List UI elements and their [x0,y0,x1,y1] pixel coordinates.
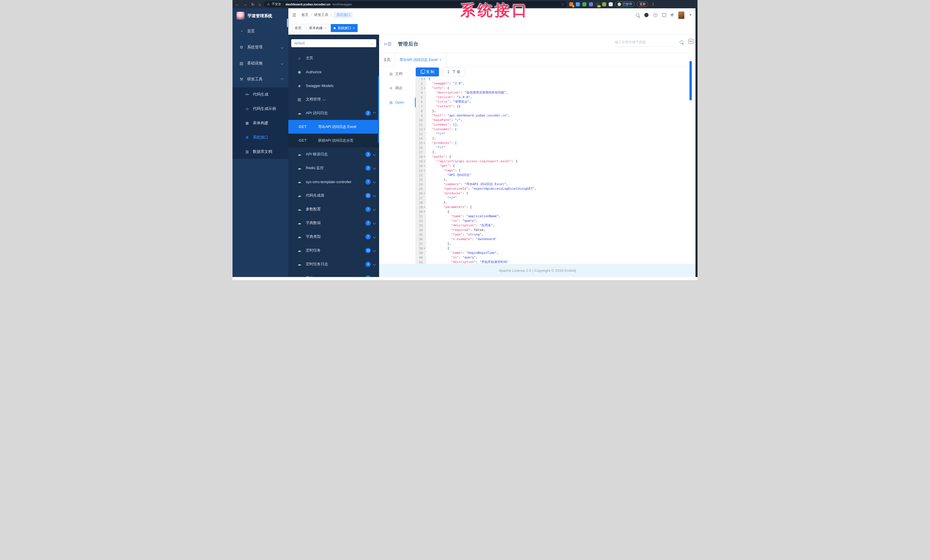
help-icon[interactable]: ? [653,13,657,17]
line-number: 12 [416,127,423,132]
api-group-row[interactable]: ☁定时任务10 [288,244,379,257]
browser-menu-icon[interactable]: ⋮ [651,2,655,6]
line-number: 18 [416,155,423,159]
api-operation-row[interactable]: GET导出API 访问日志 Excel [288,120,379,133]
collapse-panel-icon[interactable]: ⇦☰ [384,41,392,47]
github-icon[interactable] [644,13,648,17]
sidebar-item[interactable]: ⚙系统管理 [232,39,288,55]
sidebar-subitem[interactable]: ▦表单构建 [232,116,288,130]
swagger-nav-item[interactable]: ◉Authorize [288,65,379,79]
api-group-row[interactable]: ☁定时任务日志4 [288,257,379,271]
sidebar-subitem[interactable]: ◇代码生成示例 [232,101,288,116]
fullscreen-icon[interactable] [662,13,666,17]
document-tab[interactable]: 导出API 访问日志 Excel× [395,53,446,67]
code-text: "x-example": "dashboard" [426,237,496,241]
api-group-row[interactable]: ☁字典类型7 [288,230,379,244]
forward-icon[interactable]: → [242,2,248,6]
extension-2[interactable] [576,2,580,6]
fold-marker-icon[interactable]: ▾ [423,159,426,164]
api-group-select[interactable]: default [291,39,376,47]
page-tab[interactable]: 表单构建× [306,24,329,32]
breadcrumb-item[interactable]: 研发工具 [314,12,328,17]
api-count-badge: 7 [365,207,371,212]
language-icon[interactable]: 中 [688,39,693,44]
extension-5[interactable]: 6n [596,2,600,6]
sidebar-subitem[interactable]: </>代码生成 [232,87,288,101]
update-button[interactable]: 更新 [637,2,648,7]
close-icon[interactable]: × [439,58,442,62]
extension-4[interactable] [589,2,593,6]
document-tab[interactable]: 主页 [379,53,395,66]
paused-extension-pill[interactable]: 已暂停 [615,2,634,7]
page-tab[interactable]: 系统接口× [331,24,357,32]
api-operation-row[interactable]: GET获得API 访问日志分页 [288,133,379,147]
fold-marker-icon[interactable]: ▾ [423,164,426,168]
sidebar-subitem[interactable]: ≣系统接口 [232,130,288,144]
fold-marker-icon[interactable]: ▾ [423,155,426,159]
extension-6[interactable] [602,2,606,6]
sidebar-scrollbar-thumb[interactable] [287,18,288,27]
fold-marker-icon[interactable]: ▾ [423,141,426,145]
api-group-row[interactable]: ☁sys-sms-template-controller7 [288,175,379,189]
extension-1[interactable]: 1 [569,2,573,6]
close-icon[interactable]: × [325,26,326,30]
page-tab[interactable]: 首页 [292,24,304,32]
fold-marker-icon[interactable]: ▾ [423,86,426,91]
doc-search-icon[interactable] [680,40,683,45]
copy-button[interactable]: 复 制 [416,68,439,77]
app-logo[interactable]: 芋道管理系统 [232,8,288,23]
api-group-row[interactable]: ☁API 访问日志2 [288,106,379,120]
fold-marker-icon[interactable]: ▾ [423,168,426,173]
code-line: 40 "in": "query", [416,255,691,260]
breadcrumb-item[interactable]: 首页 [301,12,308,17]
fold-spacer [423,95,426,100]
view-tab-文档[interactable]: ▤文档 [379,67,416,81]
api-group-row[interactable]: ☁岗位 [288,271,379,277]
content-scrollbar-thumb[interactable] [690,61,692,100]
line-number: 21 [416,168,423,173]
close-icon[interactable]: × [353,26,354,30]
swagger-nav-item[interactable]: ⌂主页 [288,51,379,65]
view-tab-open[interactable]: ▤Open [379,95,416,110]
line-number: 14 [416,136,423,141]
swagger-nav-item[interactable]: ◈Swagger Models [288,79,379,92]
reload-icon[interactable]: ↻ [250,2,256,6]
fold-marker-icon[interactable]: ▾ [423,246,426,251]
fold-spacer [423,260,426,264]
search-icon[interactable] [636,14,639,17]
api-group-row[interactable]: ☁字典数据7 [288,216,379,230]
fold-marker-icon[interactable]: ▾ [423,127,426,132]
fold-marker-icon[interactable]: ▾ [423,209,426,214]
browser-scrollbar-track[interactable] [696,8,698,277]
form-icon: ▦ [245,121,249,125]
sidebar-subitem[interactable]: ▥数据库文档 [232,144,288,159]
fold-marker-icon[interactable]: ▾ [423,77,426,81]
code-line: 28 ], [416,200,691,205]
swagger-nav-item[interactable]: ▤文档管理 [288,92,379,106]
line-number: 24 [416,182,423,187]
sidebar-item[interactable]: ▧基础设施 [232,55,288,71]
user-avatar[interactable] [678,11,684,19]
line-number: 15 [416,141,423,145]
api-group-row[interactable]: ☁API 错误日志3 [288,147,379,161]
breadcrumb-item[interactable]: 系统接口 [334,12,353,18]
font-size-icon[interactable]: tT [671,13,673,17]
api-group-row[interactable]: ☁代码生成器11 [288,189,379,202]
bookmark-star-icon[interactable]: ☆ [561,2,564,6]
extension-7[interactable] [609,2,613,6]
doc-search-input[interactable]: 输入文档关键字搜索 [615,40,677,47]
back-icon[interactable]: ← [234,2,240,6]
api-group-row[interactable]: ☁Redis 监控2 [288,161,379,175]
home-icon[interactable]: ⌂ [258,2,262,6]
sidebar-item[interactable]: ◔首页 [232,23,288,39]
api-group-row[interactable]: ☁参数配置7 [288,202,379,216]
view-tab-调试[interactable]: ⊛调试 [379,81,416,95]
swagger-json-editor[interactable]: 1▾{2 "swagger": "2.0",3▾ "info": {4 "des… [416,77,691,264]
user-menu-caret-icon[interactable] [689,14,691,16]
sidebar-item[interactable]: ⚒研发工具 [232,71,288,87]
menu-collapse-icon[interactable]: ☰ [293,12,296,18]
fold-marker-icon[interactable]: ▾ [423,191,426,196]
extension-3[interactable] [582,2,587,6]
download-button[interactable]: ↧ 下 载 [442,68,465,77]
fold-marker-icon[interactable]: ▾ [423,205,426,209]
